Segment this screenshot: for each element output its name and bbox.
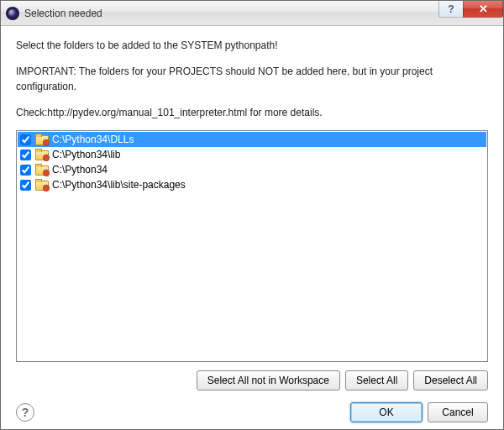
cancel-button[interactable]: Cancel: [428, 402, 488, 422]
intro-line-1: Select the folders to be added to the SY…: [16, 38, 488, 54]
window-controls: ? ✕: [439, 1, 503, 18]
ok-button[interactable]: OK: [350, 402, 423, 422]
list-item-path: C:\Python34\lib: [52, 149, 120, 160]
intro-line-3: Check:http://pydev.org/manual_101_interp…: [16, 105, 488, 121]
list-item-checkbox[interactable]: [20, 149, 31, 160]
window-help-button[interactable]: ?: [438, 1, 464, 18]
deselect-all-button[interactable]: Deselect All: [413, 370, 488, 391]
folder-icon: [35, 179, 49, 191]
window-close-button[interactable]: ✕: [463, 1, 503, 18]
list-item-checkbox[interactable]: [20, 165, 31, 176]
app-icon: [6, 7, 19, 20]
folder-icon: [35, 149, 49, 160]
list-item-checkbox[interactable]: [20, 134, 31, 145]
footer-buttons: OK Cancel: [350, 402, 488, 422]
select-all-button[interactable]: Select All: [345, 370, 408, 391]
intro-line-2: IMPORTANT: The folders for your PROJECTS…: [16, 64, 488, 95]
select-all-not-in-workspace-button[interactable]: Select All not in Workspace: [197, 370, 340, 391]
list-item[interactable]: C:\Python34: [18, 162, 486, 177]
list-item[interactable]: C:\Python34\lib: [18, 147, 486, 162]
dialog-footer: ? OK Cancel: [16, 402, 488, 422]
folder-icon: [35, 134, 49, 145]
titlebar: Selection needed ? ✕: [1, 1, 503, 26]
window-title: Selection needed: [24, 8, 102, 19]
help-icon[interactable]: ?: [16, 403, 34, 422]
list-item-path: C:\Python34\DLLs: [52, 134, 134, 145]
list-item-checkbox[interactable]: [20, 180, 31, 191]
list-item-path: C:\Python34: [52, 164, 108, 176]
list-item[interactable]: C:\Python34\lib\site-packages: [18, 177, 486, 192]
list-item[interactable]: C:\Python34\DLLs: [18, 132, 486, 147]
list-item-path: C:\Python34\lib\site-packages: [52, 179, 186, 191]
folder-icon: [35, 164, 49, 176]
selection-button-row: Select All not in Workspace Select All D…: [16, 370, 488, 391]
folder-list[interactable]: C:\Python34\DLLsC:\Python34\libC:\Python…: [16, 130, 488, 362]
dialog-content: Select the folders to be added to the SY…: [1, 26, 503, 429]
intro-text: Select the folders to be added to the SY…: [16, 38, 488, 130]
